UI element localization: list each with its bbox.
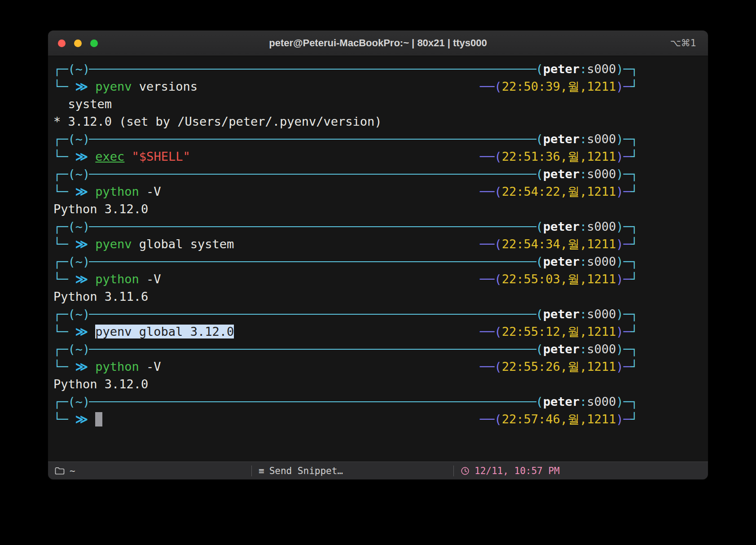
text-segment: * 3.12.0 (set by /Users/peter/.pyenv/ver… — [53, 114, 382, 128]
text-segment: ─┐ — [623, 342, 638, 356]
terminal-row: └─ ≫ python -V──(22:55:03,월,1211)─┘ — [53, 270, 638, 288]
text-segment: 22:51:36,월,1211 — [502, 149, 616, 165]
text-segment: exec — [95, 149, 124, 163]
text-segment: -V — [139, 272, 161, 286]
terminal-row: ┌─(~)(peter:s000)─┐ — [53, 393, 638, 410]
prompt-arrow: ≫ — [75, 325, 96, 338]
text-segment: )─ — [616, 412, 631, 426]
text-segment: ┌─ — [53, 132, 68, 146]
text-segment: system — [53, 97, 112, 111]
prompt-line-fill — [90, 130, 536, 148]
menu-icon: ≡ — [259, 466, 264, 476]
terminal-row: └─ ≫ python -V──(22:54:22,월,1211)─┘ — [53, 183, 638, 200]
statusbar-path-label: ~ — [70, 466, 75, 476]
text-segment: s000 — [587, 62, 616, 76]
prompt-line-fill — [90, 305, 536, 323]
statusbar-path-component[interactable]: ~ — [48, 462, 251, 479]
terminal-row: └─ ≫ exec "$SHELL"──(22:51:36,월,1211)─┘ — [53, 148, 638, 165]
terminal-rows: ┌─(~)(peter:s000)─┐└─ ≫ pyenv versions──… — [53, 60, 708, 428]
text-segment: 22:54:22,월,1211 — [502, 184, 616, 200]
text-segment: ─┐ — [623, 255, 638, 268]
text-segment: )─ — [616, 325, 631, 338]
text-segment: ┘ — [631, 325, 638, 338]
text-segment: ( — [536, 220, 543, 233]
terminal-row: ┌─(~)(peter:s000)─┐ — [53, 130, 638, 148]
terminal-row: ┌─(~)(peter:s000)─┐ — [53, 340, 638, 358]
text-segment: : — [580, 167, 587, 181]
terminal-row: system — [53, 95, 638, 113]
text-segment: ) — [616, 220, 623, 233]
text-segment: peter — [543, 167, 580, 181]
text-segment: peter — [543, 307, 580, 321]
text-segment: └─ — [53, 325, 75, 338]
text-segment: pyenv — [95, 79, 132, 93]
statusbar-clock-component: 12/11, 10:57 PM — [454, 462, 708, 479]
prompt-line-fill — [90, 165, 536, 183]
text-segment: )─ — [616, 237, 631, 251]
prompt-arrow: ≫ — [75, 237, 96, 251]
text-segment: versions — [132, 79, 198, 93]
traffic-lights — [58, 31, 98, 56]
text-segment: ┘ — [631, 412, 638, 426]
folder-icon — [55, 467, 65, 475]
text-segment: -V — [139, 360, 161, 374]
prompt-arrow: ≫ — [75, 185, 96, 198]
text-segment: ┌─ — [53, 395, 68, 409]
text-segment: Python 3.12.0 — [53, 202, 148, 216]
text-segment: ( — [536, 62, 543, 76]
text-segment: └─ — [53, 79, 75, 93]
prompt-line-fill — [90, 340, 536, 358]
text-segment: ┘ — [631, 79, 638, 93]
text-segment: ) — [616, 62, 623, 76]
terminal-row: └─ ≫ pyenv global system──(22:54:34,월,12… — [53, 235, 638, 253]
text-segment: ┘ — [631, 360, 638, 374]
text-segment — [124, 149, 132, 163]
text-segment: (~) — [68, 307, 90, 321]
text-segment: (~) — [68, 220, 90, 233]
text-segment: └─ — [53, 360, 75, 374]
text-segment: : — [580, 132, 587, 146]
minimize-button[interactable] — [74, 40, 82, 47]
statusbar-snippet-component[interactable]: ≡ Send Snippet… — [252, 462, 453, 479]
text-segment: ) — [616, 255, 623, 268]
text-segment: ) — [616, 132, 623, 146]
terminal-row: └─ ≫ pyenv global 3.12.0──(22:55:12,월,12… — [53, 323, 638, 340]
prompt-line-fill — [90, 253, 536, 270]
text-segment: peter — [543, 220, 580, 233]
text-segment: Python 3.11.6 — [53, 290, 148, 303]
text-segment: └─ — [53, 272, 75, 286]
text-segment: : — [580, 220, 587, 233]
window-titlebar[interactable]: peter@Peterui-MacBookPro:~ | 80x21 | tty… — [48, 31, 708, 56]
terminal-row: ┌─(~)(peter:s000)─┐ — [53, 305, 638, 323]
text-segment: : — [580, 342, 587, 356]
text-segment: ┘ — [631, 237, 638, 251]
text-segment: : — [580, 255, 587, 268]
text-segment: ─┐ — [623, 167, 638, 181]
terminal-content[interactable]: ┌─(~)(peter:s000)─┐└─ ≫ pyenv versions──… — [48, 56, 708, 461]
terminal-row: Python 3.11.6 — [53, 288, 638, 305]
text-segment: peter — [543, 62, 580, 76]
text-segment: ─┐ — [623, 307, 638, 321]
text-segment: (~) — [68, 167, 90, 181]
text-segment: s000 — [587, 132, 616, 146]
zoom-button[interactable] — [90, 40, 98, 47]
text-segment: ┌─ — [53, 220, 68, 233]
close-button[interactable] — [58, 40, 66, 47]
text-segment: -V — [139, 185, 161, 198]
text-segment: ┌─ — [53, 62, 68, 76]
text-segment: 22:50:39,월,1211 — [502, 79, 616, 95]
text-segment: ┌─ — [53, 255, 68, 268]
text-segment: ┌─ — [53, 307, 68, 321]
terminal-row: * 3.12.0 (set by /Users/peter/.pyenv/ver… — [53, 113, 638, 130]
text-segment: ─┐ — [623, 220, 638, 233]
window-title: peter@Peterui-MacBookPro:~ | 80x21 | tty… — [269, 37, 487, 49]
text-segment: s000 — [587, 255, 616, 268]
text-segment: s000 — [587, 395, 616, 409]
text-segment: ──( — [480, 149, 502, 163]
text-segment: )─ — [616, 360, 631, 374]
terminal-row: Python 3.12.0 — [53, 375, 638, 393]
text-segment: ┘ — [631, 185, 638, 198]
text-segment: ) — [616, 395, 623, 409]
text-segment: ┘ — [631, 272, 638, 286]
status-bar: ~ ≡ Send Snippet… 12/11, 10:57 PM — [48, 461, 708, 479]
